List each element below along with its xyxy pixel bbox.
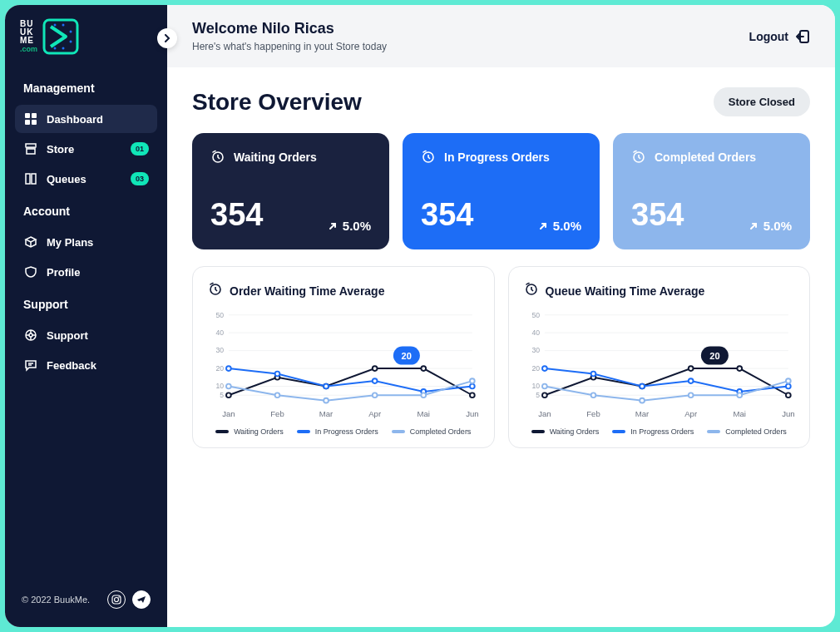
- charts-row: Order Waiting Time Average51020304050Jan…: [192, 266, 810, 448]
- sidebar-section-title: Management: [5, 72, 167, 103]
- stat-card-waiting-orders[interactable]: Waiting Orders3545.0%: [192, 133, 389, 249]
- sidebar-badge: 03: [131, 172, 149, 185]
- svg-point-53: [470, 378, 475, 383]
- sidebar-item-store[interactable]: Store01: [15, 135, 157, 163]
- svg-text:10: 10: [216, 382, 225, 390]
- chevron-right-icon: [163, 34, 171, 42]
- page-header: Store Overview Store Closed: [192, 87, 810, 116]
- clock-refresh-icon: [524, 282, 539, 297]
- arrow-up-right-icon: [538, 221, 548, 231]
- svg-text:Jan: Jan: [222, 409, 235, 418]
- card-title: Waiting Orders: [234, 151, 317, 164]
- svg-point-84: [785, 384, 790, 389]
- sidebar-collapse-button[interactable]: [157, 28, 177, 48]
- stat-card-completed-orders[interactable]: Completed Orders3545.0%: [613, 133, 810, 249]
- legend-item: In Progress Orders: [297, 427, 378, 436]
- chart-title: Order Waiting Time Average: [208, 282, 479, 299]
- card-change: 5.0%: [538, 219, 581, 233]
- sidebar: BU UK ME .com ManagementDashboardStore01…: [5, 5, 167, 627]
- content: Store Overview Store Closed Waiting Orde…: [167, 67, 835, 627]
- profile-icon: [23, 264, 38, 279]
- svg-text:Apr: Apr: [684, 409, 698, 418]
- svg-point-82: [688, 378, 693, 383]
- svg-rect-0: [44, 20, 77, 53]
- welcome-subtitle: Here's what's happening in yout Store to…: [192, 41, 387, 52]
- svg-point-88: [688, 393, 693, 397]
- card-body: 3545.0%: [421, 197, 581, 233]
- svg-rect-8: [32, 113, 37, 118]
- card-title: Completed Orders: [655, 151, 756, 164]
- sidebar-item-my-plans[interactable]: My Plans: [15, 228, 157, 256]
- page-title: Store Overview: [192, 89, 362, 116]
- svg-text:Mai: Mai: [418, 409, 430, 418]
- stat-card-in-progress-orders[interactable]: In Progress Orders3545.0%: [403, 133, 600, 249]
- brand-logo[interactable]: BU UK ME .com: [5, 18, 167, 72]
- brand-text: BU UK ME .com: [20, 20, 37, 53]
- logout-button[interactable]: Logout: [749, 29, 810, 44]
- copyright-text: © 2022 BuukMe.: [22, 595, 90, 605]
- svg-text:10: 10: [531, 382, 540, 390]
- svg-point-2: [62, 24, 65, 27]
- sidebar-item-label: Profile: [47, 266, 80, 279]
- svg-point-48: [226, 384, 231, 389]
- card-body: 3545.0%: [210, 197, 371, 233]
- chart-tooltip: 20: [701, 347, 728, 365]
- card-body: 3545.0%: [631, 197, 792, 233]
- sidebar-item-support[interactable]: Support: [15, 321, 157, 349]
- svg-point-90: [785, 378, 790, 383]
- svg-text:Feb: Feb: [270, 409, 284, 418]
- sidebar-item-feedback[interactable]: Feedback: [15, 351, 157, 379]
- sidebar-item-label: Store: [47, 143, 74, 156]
- svg-text:Mai: Mai: [733, 409, 745, 418]
- legend-item: Waiting Orders: [531, 427, 600, 436]
- sidebar-section-title: Support: [5, 288, 167, 319]
- svg-rect-7: [25, 113, 30, 118]
- svg-point-44: [324, 384, 329, 389]
- chart-svg: 51020304050JanFebMarAprMaiJun: [524, 308, 795, 424]
- svg-point-76: [688, 366, 693, 371]
- sidebar-item-profile[interactable]: Profile: [15, 258, 157, 286]
- instagram-icon[interactable]: [107, 590, 126, 609]
- sidebar-item-label: Queues: [47, 173, 86, 185]
- card-header: In Progress Orders: [421, 150, 581, 165]
- svg-point-47: [470, 384, 475, 389]
- app-root: BU UK ME .com ManagementDashboardStore01…: [5, 5, 835, 627]
- svg-point-77: [737, 366, 742, 371]
- svg-point-4: [70, 41, 72, 43]
- svg-text:Jun: Jun: [782, 409, 794, 418]
- svg-point-52: [421, 393, 426, 397]
- sidebar-item-label: Feedback: [47, 359, 96, 372]
- sidebar-item-dashboard[interactable]: Dashboard: [15, 105, 157, 133]
- arrow-up-right-icon: [749, 221, 758, 231]
- clock-refresh-icon: [208, 282, 223, 297]
- store-icon: [23, 141, 38, 156]
- queues-icon: [23, 171, 38, 186]
- svg-point-78: [785, 393, 790, 397]
- svg-point-41: [470, 393, 475, 397]
- telegram-icon[interactable]: [132, 590, 151, 609]
- store-status-toggle[interactable]: Store Closed: [714, 87, 810, 116]
- topbar: Welcome Nilo Ricas Here's what's happeni…: [167, 5, 835, 67]
- svg-point-5: [54, 47, 57, 50]
- logout-label: Logout: [749, 30, 788, 43]
- svg-point-17: [115, 598, 119, 602]
- card-title: In Progress Orders: [444, 151, 550, 164]
- svg-rect-9: [25, 120, 30, 125]
- svg-text:30: 30: [531, 346, 540, 354]
- sidebar-item-queues[interactable]: Queues03: [15, 165, 157, 193]
- sidebar-badge: 01: [131, 142, 149, 156]
- my-plans-icon: [23, 235, 38, 249]
- svg-point-3: [70, 31, 72, 33]
- svg-text:Jun: Jun: [466, 409, 478, 418]
- svg-text:Mar: Mar: [319, 409, 334, 418]
- svg-text:20: 20: [216, 364, 225, 373]
- svg-point-79: [542, 366, 547, 371]
- legend-item: Completed Orders: [707, 427, 787, 436]
- card-header: Waiting Orders: [210, 150, 371, 165]
- svg-text:30: 30: [216, 346, 225, 354]
- chart-legend: Waiting OrdersIn Progress OrdersComplete…: [524, 427, 795, 436]
- brand-mark-icon: [42, 18, 79, 55]
- card-header: Completed Orders: [631, 150, 792, 165]
- dashboard-icon: [23, 111, 38, 126]
- svg-text:20: 20: [531, 364, 540, 373]
